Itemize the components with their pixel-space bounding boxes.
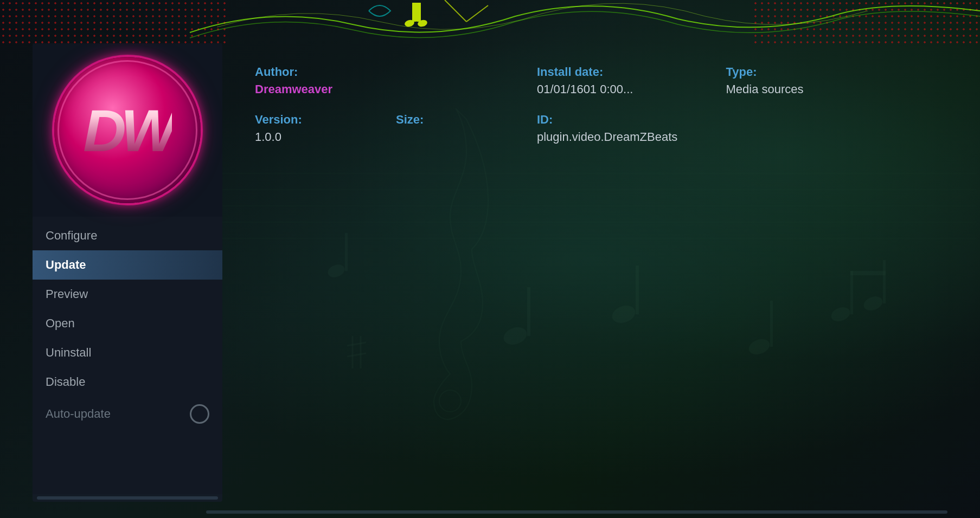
version-label: Version:	[255, 113, 396, 127]
menu-item-preview[interactable]: Preview	[33, 280, 222, 309]
menu-item-update[interactable]: Update	[33, 250, 222, 280]
svg-line-5	[445, 0, 466, 22]
author-block: Author: Dreamweaver	[255, 65, 396, 96]
version-value: 1.0.0	[255, 130, 396, 144]
id-value: plugin.video.DreamZBeats	[537, 130, 915, 144]
svg-rect-2	[412, 3, 421, 7]
sidebar: DW Configure Update Preview Open Uninsta…	[33, 43, 222, 502]
menu-item-configure[interactable]: Configure	[33, 221, 222, 250]
install-date-value: 01/01/1601 0:00...	[537, 82, 726, 96]
auto-update-label: Auto-update	[46, 407, 111, 421]
size-block-2: Size:	[396, 113, 537, 144]
plugin-logo: DW	[54, 57, 201, 203]
version-block: Version: 1.0.0	[255, 113, 396, 144]
author-label: Author:	[255, 65, 396, 79]
sidebar-scrollbar[interactable]	[37, 496, 218, 500]
author-value: Dreamweaver	[255, 82, 396, 96]
top-decoration	[0, 0, 980, 49]
main-container: DW Configure Update Preview Open Uninsta…	[33, 43, 947, 502]
menu-list: Configure Update Preview Open Uninstall …	[33, 217, 222, 494]
id-block: ID: plugin.video.DreamZBeats	[537, 113, 915, 144]
svg-line-6	[466, 5, 488, 22]
size-label: Size:	[396, 113, 537, 127]
content-area: Author: Dreamweaver Install date: 01/01/…	[222, 43, 947, 502]
install-date-block: Install date: 01/01/1601 0:00...	[537, 65, 726, 96]
menu-item-open[interactable]: Open	[33, 309, 222, 338]
logo-area: DW	[33, 43, 222, 217]
id-label: ID:	[537, 113, 915, 127]
size-block	[396, 65, 537, 96]
menu-item-disable[interactable]: Disable	[33, 367, 222, 397]
type-block: Type: Media sources	[726, 65, 915, 96]
info-grid: Author: Dreamweaver Install date: 01/01/…	[255, 65, 915, 144]
menu-item-uninstall[interactable]: Uninstall	[33, 338, 222, 367]
install-date-label: Install date:	[537, 65, 726, 79]
auto-update-toggle[interactable]	[190, 404, 209, 424]
type-label: Type:	[726, 65, 915, 79]
logo-text: DW	[83, 96, 171, 165]
type-value: Media sources	[726, 82, 915, 96]
menu-item-auto-update[interactable]: Auto-update	[33, 397, 222, 431]
